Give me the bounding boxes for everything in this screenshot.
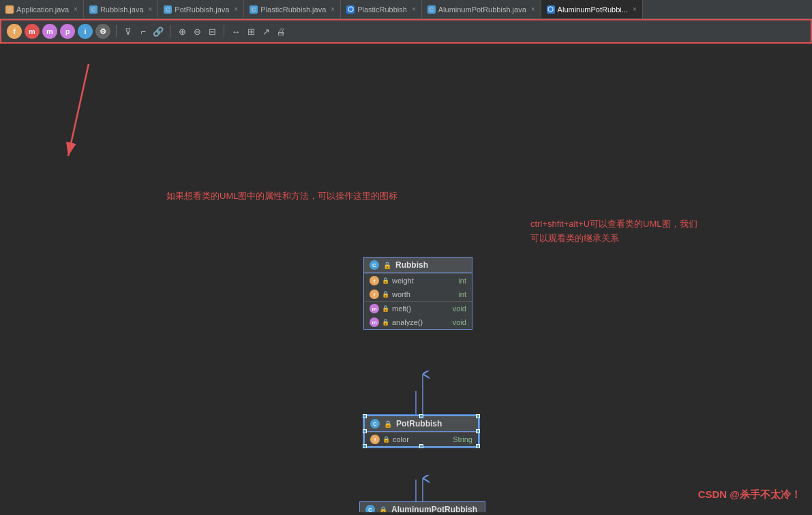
weight-lock-icon: 🔒 xyxy=(382,277,389,284)
color-field-type: String xyxy=(453,435,472,443)
handle-mr[interactable] xyxy=(476,429,480,433)
color-field-icon: f xyxy=(370,435,380,444)
worth-field-name: worth xyxy=(392,290,455,298)
svg-line-1 xyxy=(68,64,89,156)
tab-label-aluminum-uml: AluminumPotRubbi... xyxy=(558,5,628,14)
toolbar-btn-gear[interactable]: ⚙ xyxy=(95,24,110,39)
handle-ml[interactable] xyxy=(363,429,367,433)
weight-field-name: weight xyxy=(392,277,455,285)
tab-icon-aluminum-uml: ⬡ xyxy=(547,5,555,14)
rubbish-method-melt: m 🔒 melt() void xyxy=(364,302,472,315)
tab-close-aluminum[interactable]: × xyxy=(531,5,535,13)
tab-label-application: Application.java xyxy=(16,5,69,14)
tab-rubbish[interactable]: C Rubbish.java × xyxy=(84,0,158,19)
tab-close-aluminum-uml[interactable]: × xyxy=(633,5,637,13)
worth-field-type: int xyxy=(458,290,466,298)
toolbar-sep-3 xyxy=(224,25,224,37)
melt-lock-icon: 🔒 xyxy=(382,305,389,312)
handle-br[interactable] xyxy=(476,444,480,448)
toolbar-icon-layout[interactable]: ↔ xyxy=(230,25,242,37)
rubbish-class-icon: C xyxy=(370,260,379,270)
melt-method-name: melt() xyxy=(392,305,450,313)
analyze-method-name: analyze() xyxy=(392,318,450,326)
tab-label-aluminum: AluminumPotRubbish.java xyxy=(438,5,526,14)
pot-rubbish-header: C 🔒 PotRubbish xyxy=(365,416,478,432)
toolbar-btn-m2[interactable]: m xyxy=(42,24,57,39)
rubbish-field-worth: f 🔒 worth int xyxy=(364,287,472,301)
worth-lock-icon: 🔒 xyxy=(382,291,389,298)
rubbish-fields-section: f 🔒 weight int f 🔒 worth int xyxy=(364,273,472,301)
handle-bm[interactable] xyxy=(419,444,423,448)
toolbar-icon-export[interactable]: ↗ xyxy=(260,25,272,37)
rubbish-methods-section: m 🔒 melt() void m 🔒 analyze() void xyxy=(364,301,472,329)
analyze-method-icon: m xyxy=(370,317,379,327)
handle-tr[interactable] xyxy=(476,414,480,418)
tab-plastic-uml[interactable]: ⬡ PlasticRubbish × xyxy=(341,0,422,19)
tab-icon-plastic: C xyxy=(250,5,258,14)
tab-label-rubbish: Rubbish.java xyxy=(100,5,144,14)
tab-close-plastic-uml[interactable]: × xyxy=(412,5,416,13)
rubbish-visibility-icon: 🔒 xyxy=(383,262,391,269)
analyze-method-type: void xyxy=(453,318,466,326)
tab-bar: A Application.java × C Rubbish.java × C … xyxy=(0,0,812,19)
tab-aluminum-java[interactable]: C AluminumPotRubbish.java × xyxy=(422,0,541,19)
annotation-arrow-svg xyxy=(34,50,170,173)
tab-icon-plastic-uml: ⬡ xyxy=(346,5,355,14)
pot-class-icon: C xyxy=(370,419,380,428)
rubbish-method-analyze: m 🔒 analyze() void xyxy=(364,315,472,329)
tab-close-pot[interactable]: × xyxy=(234,5,238,13)
handle-bl[interactable] xyxy=(363,444,367,448)
toolbar-sep-2 xyxy=(170,25,170,37)
tab-plastic-rubbish[interactable]: C PlasticRubbish.java × xyxy=(244,0,341,19)
tab-close-rubbish[interactable]: × xyxy=(149,5,153,13)
pot-class-name: PotRubbish xyxy=(396,419,442,428)
tab-label-pot: PotRubbish.java xyxy=(175,5,229,14)
aluminum-header: C 🔒 AluminumPotRubbish xyxy=(360,502,485,512)
rubbish-field-weight: f 🔒 weight int xyxy=(364,274,472,287)
weight-field-icon: f xyxy=(370,276,379,285)
toolbar-btn-p[interactable]: p xyxy=(60,24,75,39)
canvas: 如果想看类的UML图中的属性和方法，可以操作这里的图标 ctrl+shfit+a… xyxy=(0,44,812,512)
toolbar-btn-i[interactable]: i xyxy=(78,24,93,39)
toolbar-icon-fit[interactable]: ⊟ xyxy=(206,25,218,37)
handle-tm[interactable] xyxy=(419,414,423,418)
toolbar-btn-m[interactable]: m xyxy=(25,24,40,39)
annotation-text-1: 如果想看类的UML图中的属性和方法，可以操作这里的图标 xyxy=(166,190,397,202)
color-field-name: color xyxy=(393,435,450,443)
toolbar-icon-filter[interactable]: ⊽ xyxy=(122,25,134,37)
tab-icon-aluminum: C xyxy=(427,5,436,14)
toolbar-btn-f[interactable]: f xyxy=(7,24,22,39)
tab-application[interactable]: A Application.java × xyxy=(0,0,84,19)
tab-label-plastic: PlasticRubbish.java xyxy=(260,5,326,14)
aluminum-class-icon: C xyxy=(365,505,375,512)
tab-close-application[interactable]: × xyxy=(74,5,78,13)
melt-method-type: void xyxy=(453,305,466,313)
rubbish-uml-box[interactable]: C 🔒 Rubbish f 🔒 weight int f 🔒 worth int… xyxy=(363,257,472,330)
toolbar: f m m p i ⚙ ⊽ ⌐ 🔗 ⊕ ⊖ ⊟ ↔ ⊞ ↗ 🖨 xyxy=(0,19,812,44)
watermark: CSDN @杀手不太冷！ xyxy=(698,488,801,501)
tab-icon-rubbish: C xyxy=(89,5,97,14)
tab-pot-rubbish[interactable]: C PotRubbish.java × xyxy=(158,0,244,19)
analyze-lock-icon: 🔒 xyxy=(382,319,389,326)
toolbar-icon-edge[interactable]: ⌐ xyxy=(137,25,149,37)
toolbar-sep-1 xyxy=(116,25,117,37)
handle-tl[interactable] xyxy=(363,414,367,418)
aluminum-class-name: AluminumPotRubbish xyxy=(391,505,477,512)
aluminum-uml-box[interactable]: C 🔒 AluminumPotRubbish m 🔒 crunch() void xyxy=(359,501,485,512)
toolbar-icon-link[interactable]: 🔗 xyxy=(152,25,164,37)
tab-label-plastic-uml: PlasticRubbish xyxy=(357,5,407,14)
rubbish-class-name: Rubbish xyxy=(395,260,428,270)
toolbar-icon-zoom-out[interactable]: ⊖ xyxy=(191,25,203,37)
toolbar-icon-print[interactable]: 🖨 xyxy=(275,25,287,37)
pot-rubbish-uml-box[interactable]: C 🔒 PotRubbish f 🔒 color String xyxy=(363,415,479,448)
toolbar-icon-zoom-in[interactable]: ⊕ xyxy=(176,25,188,37)
melt-method-icon: m xyxy=(370,304,379,313)
tab-close-plastic[interactable]: × xyxy=(331,5,335,13)
toolbar-icon-grid[interactable]: ⊞ xyxy=(245,25,257,37)
color-lock-icon: 🔒 xyxy=(382,436,390,443)
annotation-text-2: ctrl+shfit+alt+U可以查看类的UML图，我们可以观看类的继承关系 xyxy=(530,217,697,246)
worth-field-icon: f xyxy=(370,290,379,299)
tab-icon-application: A xyxy=(5,5,14,14)
tab-aluminum-uml[interactable]: ⬡ AluminumPotRubbi... × xyxy=(541,0,643,19)
rubbish-header: C 🔒 Rubbish xyxy=(364,258,472,273)
